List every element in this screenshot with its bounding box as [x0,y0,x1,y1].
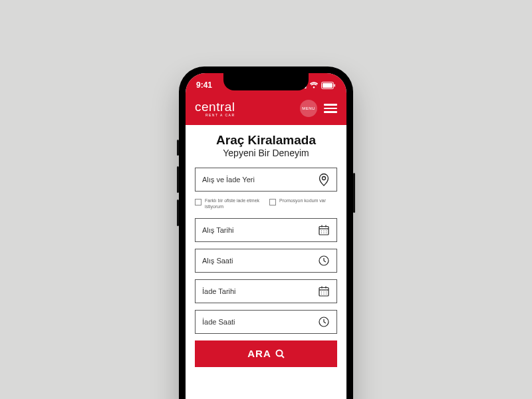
menu-badge-label: MENU [302,106,315,110]
svg-point-23 [321,291,322,292]
svg-point-17 [326,232,327,233]
clock-icon [318,255,330,267]
svg-point-12 [321,230,322,231]
location-label: Alış ve İade Yeri [202,176,255,184]
svg-point-28 [326,293,327,294]
pickup-time-field[interactable]: Alış Saati [195,249,337,273]
svg-rect-5 [323,83,332,88]
search-form: Araç Kiralamada Yepyeni Bir Deneyim Alış… [186,125,346,367]
phone-volume-down [177,200,179,226]
brand-logo[interactable]: central RENT A CAR [195,100,235,117]
svg-point-14 [326,230,327,231]
hero-subtitle: Yepyeni Bir Deneyim [195,148,337,158]
pickup-time-label: Alış Saati [202,257,233,265]
hamburger-icon[interactable] [324,102,337,115]
return-date-field[interactable]: İade Tarihi [195,279,337,303]
svg-point-26 [321,293,322,294]
hero-title: Araç Kiralamada [195,133,337,148]
menu-badge[interactable]: MENU [300,100,317,117]
phone-mute-switch [177,140,179,156]
pickup-date-label: Alış Tarihi [202,226,233,234]
svg-point-30 [276,350,282,356]
svg-rect-6 [334,84,336,86]
calendar-icon [318,224,330,236]
search-button[interactable]: ARA [195,340,337,367]
svg-point-24 [323,291,324,292]
location-field[interactable]: Alış ve İade Yeri [195,168,337,192]
svg-point-13 [323,230,324,231]
svg-point-7 [323,177,326,180]
phone-frame: 9:41 central RENT A CAR MENU [179,66,353,399]
promo-code-label: Promosyon kodum var [279,198,326,204]
search-button-label: ARA [247,348,271,359]
promo-code-checkbox[interactable]: Promosyon kodum var [269,198,337,210]
calendar-icon [318,285,330,297]
return-date-label: İade Tarihi [202,287,236,295]
phone-volume-up [177,166,179,193]
status-time: 9:41 [196,80,212,90]
pickup-date-field[interactable]: Alış Tarihi [195,218,337,242]
app-header: central RENT A CAR MENU [186,97,346,125]
wifi-icon [309,82,319,88]
checkbox-icon [269,199,276,205]
return-time-field[interactable]: İade Saati [195,310,337,334]
checkbox-icon [195,199,201,205]
different-office-label: Farklı bir ofiste iade etmek istiyorum [205,198,263,210]
search-icon [275,349,285,358]
brand-name: central [195,100,235,113]
location-pin-icon [318,173,330,186]
hero-title-block: Araç Kiralamada Yepyeni Bir Deneyim [195,133,337,158]
phone-power-button [353,173,355,213]
battery-icon [321,82,336,89]
phone-screen: 9:41 central RENT A CAR MENU [186,73,346,399]
return-time-label: İade Saati [202,318,235,326]
svg-line-31 [281,355,284,358]
different-office-checkbox[interactable]: Farklı bir ofiste iade etmek istiyorum [195,198,263,210]
clock-icon [318,316,330,328]
options-row: Farklı bir ofiste iade etmek istiyorum P… [195,198,337,210]
brand-tagline: RENT A CAR [195,114,235,117]
svg-point-15 [321,232,322,233]
svg-point-27 [323,293,324,294]
svg-point-16 [323,232,324,233]
phone-notch [223,73,309,90]
svg-point-25 [326,291,327,292]
